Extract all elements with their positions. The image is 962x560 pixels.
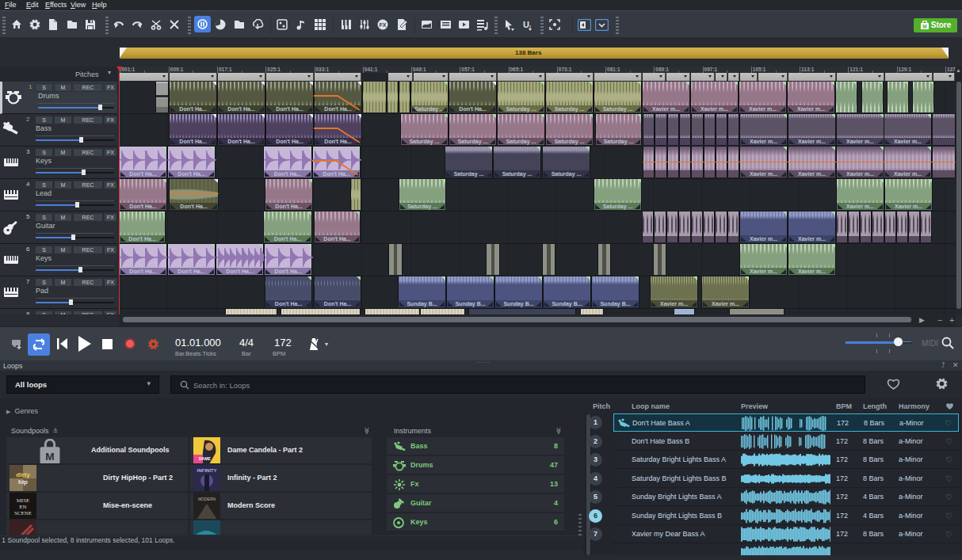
svg-text:SCENE: SCENE <box>14 510 32 516</box>
svg-text:EN: EN <box>19 504 26 510</box>
svg-text:MODERN: MODERN <box>198 497 216 501</box>
svg-text:M: M <box>45 451 54 463</box>
svg-text:dirty: dirty <box>16 471 30 478</box>
svg-text:DAME: DAME <box>199 456 211 461</box>
svg-text:U: U <box>523 20 529 29</box>
svg-text:hip: hip <box>18 478 28 486</box>
svg-text:INFINITY: INFINITY <box>197 468 217 473</box>
svg-text:MISE: MISE <box>17 497 30 504</box>
svg-text:M: M <box>922 24 926 29</box>
svg-text:FX: FX <box>380 22 387 28</box>
